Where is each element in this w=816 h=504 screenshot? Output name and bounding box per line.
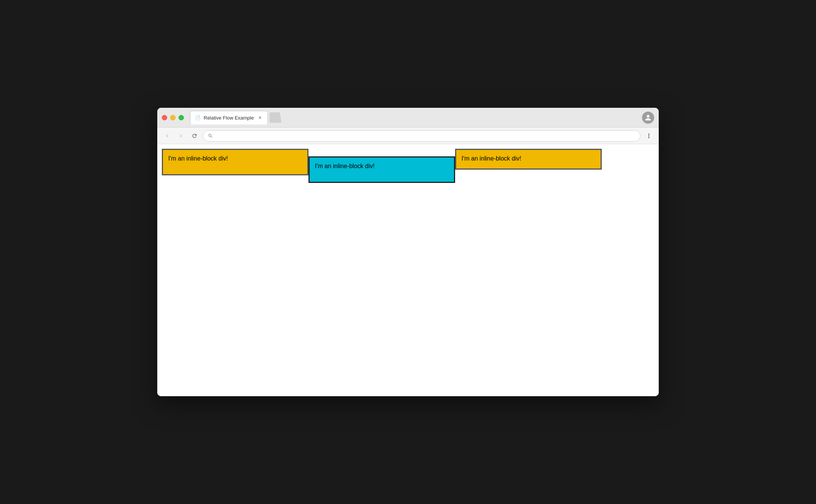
profile-icon xyxy=(645,114,652,121)
back-button[interactable] xyxy=(162,131,172,141)
tab-title: Relative Flow Example xyxy=(204,115,254,121)
forward-button[interactable] xyxy=(176,131,186,141)
title-bar: 📄 Relative Flow Example × xyxy=(157,108,659,128)
address-bar[interactable] xyxy=(203,130,640,142)
back-icon xyxy=(164,133,170,139)
minimize-button[interactable] xyxy=(170,115,176,120)
reload-icon xyxy=(191,133,198,139)
box-1-text: I'm an inline-block div! xyxy=(168,155,228,162)
box-3: I'm an inline-block div! xyxy=(455,149,602,170)
tab-close-button[interactable]: × xyxy=(257,115,263,121)
menu-icon xyxy=(645,132,652,139)
browser-window: 📄 Relative Flow Example × xyxy=(157,108,659,396)
box-2-text: I'm an inline-block div! xyxy=(315,163,375,169)
tab-bar: 📄 Relative Flow Example × xyxy=(190,111,639,124)
search-icon xyxy=(208,133,213,139)
maximize-button[interactable] xyxy=(179,115,184,120)
active-tab[interactable]: 📄 Relative Flow Example × xyxy=(190,111,268,124)
new-tab-button[interactable] xyxy=(269,112,281,123)
nav-bar xyxy=(157,128,659,144)
reload-button[interactable] xyxy=(189,131,200,141)
box-2: I'm an inline-block div! xyxy=(308,156,455,183)
menu-button[interactable] xyxy=(644,131,654,141)
forward-icon xyxy=(178,133,184,139)
page-content: I'm an inline-block div! I'm an inline-b… xyxy=(157,144,659,396)
box-1: I'm an inline-block div! xyxy=(162,149,308,175)
traffic-lights xyxy=(162,115,184,120)
tab-icon: 📄 xyxy=(195,115,201,120)
close-button[interactable] xyxy=(162,115,167,120)
inline-block-container: I'm an inline-block div! I'm an inline-b… xyxy=(162,149,654,175)
box-3-text: I'm an inline-block div! xyxy=(462,155,521,162)
profile-button[interactable] xyxy=(642,112,654,124)
